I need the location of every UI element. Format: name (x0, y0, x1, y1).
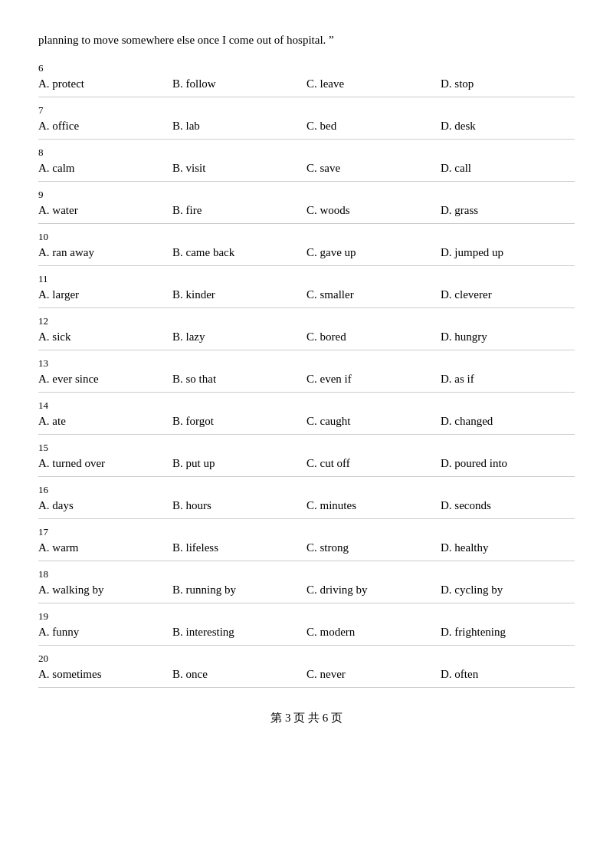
option-9-C: C. woods (306, 201, 441, 220)
option-10-B: B. came back (172, 243, 306, 262)
header-text: planning to move somewhere else once I c… (38, 31, 575, 49)
option-11-A: A. larger (38, 285, 172, 304)
options-row-7: A. officeB. labC. bedD. desk (38, 117, 575, 140)
options-row-10: A. ran awayB. came backC. gave upD. jump… (38, 243, 575, 266)
question-number-19: 19 (38, 611, 575, 621)
options-row-8: A. calmB. visitC. saveD. call (38, 159, 575, 182)
question-number-10: 10 (38, 232, 575, 242)
option-15-C: C. cut off (306, 454, 441, 473)
footer: 第 3 页 共 6 页 (38, 711, 575, 725)
option-10-D: D. jumped up (441, 243, 575, 262)
option-18-B: B. running by (172, 580, 306, 600)
question-number-9: 9 (38, 189, 575, 199)
question-block-17: 17A. warmB. lifelessC. strongD. healthy (38, 527, 575, 561)
options-row-20: A. sometimesB. onceC. neverD. often (38, 665, 575, 688)
option-20-D: D. often (441, 665, 575, 684)
option-7-B: B. lab (172, 117, 306, 136)
options-row-18: A. walking byB. running byC. driving byD… (38, 580, 575, 603)
question-block-13: 13A. ever sinceB. so thatC. even ifD. as… (38, 358, 575, 393)
option-18-C: C. driving by (306, 580, 441, 600)
question-number-20: 20 (38, 653, 575, 663)
option-19-A: A. funny (38, 623, 172, 642)
option-18-D: D. cycling by (441, 580, 575, 600)
question-block-8: 8A. calmB. visitC. saveD. call (38, 147, 575, 182)
question-block-16: 16A. daysB. hoursC. minutesD. seconds (38, 485, 575, 519)
option-19-C: C. modern (306, 623, 441, 642)
option-6-B: B. follow (172, 74, 306, 94)
question-number-7: 7 (38, 105, 575, 115)
option-12-D: D. hungry (441, 327, 575, 347)
question-number-16: 16 (38, 485, 575, 495)
option-17-D: D. healthy (441, 538, 575, 557)
option-17-C: C. strong (306, 538, 441, 557)
option-12-B: B. lazy (172, 327, 306, 347)
question-block-15: 15A. turned overB. put upC. cut offD. po… (38, 442, 575, 477)
question-number-12: 12 (38, 316, 575, 326)
option-10-A: A. ran away (38, 243, 172, 262)
question-number-14: 14 (38, 400, 575, 410)
option-17-A: A. warm (38, 538, 172, 557)
options-row-17: A. warmB. lifelessC. strongD. healthy (38, 538, 575, 561)
option-6-C: C. leave (306, 74, 441, 94)
question-block-14: 14A. ateB. forgotC. caughtD. changed (38, 400, 575, 435)
option-13-A: A. ever since (38, 370, 172, 389)
question-block-9: 9A. waterB. fireC. woodsD. grass (38, 189, 575, 224)
question-block-10: 10A. ran awayB. came backC. gave upD. ju… (38, 232, 575, 266)
question-number-13: 13 (38, 358, 575, 368)
options-row-15: A. turned overB. put upC. cut offD. pour… (38, 454, 575, 477)
question-block-20: 20A. sometimesB. onceC. neverD. often (38, 653, 575, 688)
option-20-B: B. once (172, 665, 306, 684)
question-block-6: 6A. protectB. followC. leaveD. stop (38, 63, 575, 97)
question-block-19: 19A. funnyB. interestingC. modernD. frig… (38, 611, 575, 646)
option-14-C: C. caught (306, 412, 441, 431)
question-number-15: 15 (38, 442, 575, 452)
question-block-18: 18A. walking byB. running byC. driving b… (38, 569, 575, 603)
options-row-16: A. daysB. hoursC. minutesD. seconds (38, 496, 575, 519)
option-10-C: C. gave up (306, 243, 441, 262)
option-16-B: B. hours (172, 496, 306, 515)
option-13-D: D. as if (441, 370, 575, 389)
options-row-13: A. ever sinceB. so thatC. even ifD. as i… (38, 370, 575, 393)
question-number-8: 8 (38, 147, 575, 157)
option-19-D: D. frightening (441, 623, 575, 642)
question-block-7: 7A. officeB. labC. bedD. desk (38, 105, 575, 140)
option-9-D: D. grass (441, 201, 575, 220)
options-row-9: A. waterB. fireC. woodsD. grass (38, 201, 575, 224)
option-13-B: B. so that (172, 370, 306, 389)
options-row-14: A. ateB. forgotC. caughtD. changed (38, 412, 575, 435)
options-row-6: A. protectB. followC. leaveD. stop (38, 74, 575, 97)
option-14-A: A. ate (38, 412, 172, 431)
option-18-A: A. walking by (38, 580, 172, 600)
options-row-19: A. funnyB. interestingC. modernD. fright… (38, 623, 575, 646)
option-16-A: A. days (38, 496, 172, 515)
option-16-C: C. minutes (306, 496, 441, 515)
option-8-B: B. visit (172, 159, 306, 178)
option-16-D: D. seconds (441, 496, 575, 515)
question-number-18: 18 (38, 569, 575, 579)
option-11-B: B. kinder (172, 285, 306, 304)
question-number-6: 6 (38, 63, 575, 73)
option-15-A: A. turned over (38, 454, 172, 473)
option-11-D: D. cleverer (441, 285, 575, 304)
question-block-11: 11A. largerB. kinderC. smallerD. clevere… (38, 274, 575, 308)
options-row-11: A. largerB. kinderC. smallerD. cleverer (38, 285, 575, 308)
option-17-B: B. lifeless (172, 538, 306, 557)
option-9-A: A. water (38, 201, 172, 220)
option-12-A: A. sick (38, 327, 172, 347)
option-8-D: D. call (441, 159, 575, 178)
option-15-D: D. poured into (441, 454, 575, 473)
question-number-11: 11 (38, 274, 575, 284)
option-19-B: B. interesting (172, 623, 306, 642)
option-7-A: A. office (38, 117, 172, 136)
question-number-17: 17 (38, 527, 575, 537)
option-7-C: C. bed (306, 117, 441, 136)
option-6-D: D. stop (441, 74, 575, 94)
option-13-C: C. even if (306, 370, 441, 389)
option-15-B: B. put up (172, 454, 306, 473)
option-11-C: C. smaller (306, 285, 441, 304)
options-row-12: A. sickB. lazyC. boredD. hungry (38, 327, 575, 350)
option-6-A: A. protect (38, 74, 172, 94)
option-7-D: D. desk (441, 117, 575, 136)
questions-container: 6A. protectB. followC. leaveD. stop7A. o… (38, 63, 575, 688)
question-block-12: 12A. sickB. lazyC. boredD. hungry (38, 316, 575, 350)
